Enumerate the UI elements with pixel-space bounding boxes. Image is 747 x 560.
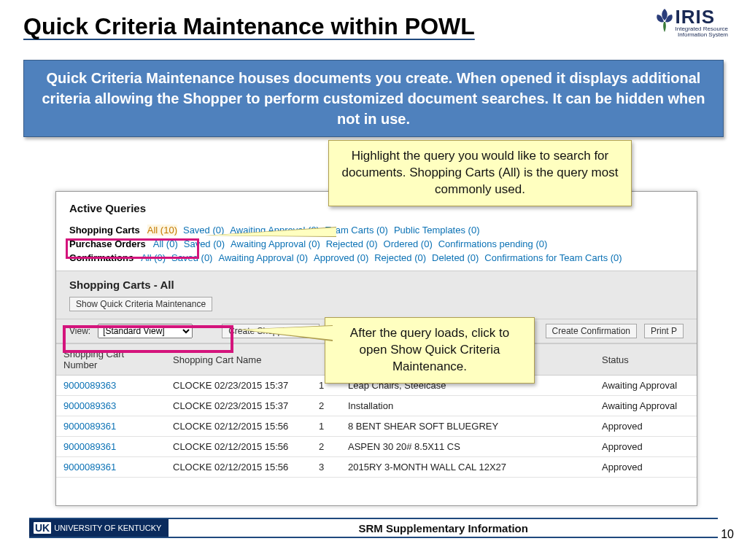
table-cell: Awaiting Approval — [595, 376, 697, 396]
query-row-label: Confirmations — [69, 252, 133, 263]
query-link[interactable]: Public Templates (0) — [394, 225, 480, 236]
query-link[interactable]: Rejected (0) — [326, 238, 378, 249]
uk-badge: UK UNIVERSITY OF KENTUCKY — [29, 519, 169, 537]
query-link[interactable]: Deleted (0) — [432, 252, 479, 263]
query-link[interactable]: Confirmations pending (0) — [438, 238, 548, 249]
query-link[interactable]: Awaiting Approval (0) — [218, 252, 308, 263]
view-label: View: — [69, 326, 90, 336]
table-cell: 3 — [311, 457, 341, 478]
table-cell: 8 BENT SHEAR SOFT BLUEGREY — [341, 416, 595, 437]
table-cell: CLOCKE 02/23/2015 15:37 — [166, 396, 311, 416]
iris-flower-icon — [654, 7, 676, 32]
table-cell: ASPEN 30 20# 8.5X11 CS — [341, 437, 595, 457]
table-cell: CLOCKE 02/12/2015 15:56 — [166, 457, 311, 478]
table-cell: Approved — [595, 416, 697, 437]
cart-number-link[interactable]: 9000089361 — [63, 462, 116, 472]
callout-show-qcm: After the query loads, click to open Sho… — [325, 317, 535, 384]
table-cell: CLOCKE 02/23/2015 15:37 — [166, 376, 311, 396]
query-row: Purchase OrdersAll (0)Saved (0)Awaiting … — [69, 238, 684, 249]
table-header: Status — [595, 344, 697, 376]
query-link[interactable]: Awaiting Approval (0) — [231, 238, 320, 249]
query-link[interactable]: All (0) — [141, 252, 166, 263]
query-link[interactable]: All (0) — [153, 238, 178, 249]
create-confirmation-button[interactable]: Create Confirmation — [546, 324, 637, 338]
table-row: 9000089363CLOCKE 02/23/2015 15:372Instal… — [56, 396, 697, 416]
query-row: ConfirmationsAll (0)Saved (0)Awaiting Ap… — [69, 252, 684, 263]
callout-highlight-query: Highlight the query you would like to se… — [328, 140, 632, 206]
query-link[interactable]: Ordered (0) — [384, 238, 433, 249]
table-cell: Approved — [595, 437, 697, 457]
uk-text: UNIVERSITY OF KENTUCKY — [54, 524, 161, 532]
table-cell: 2 — [311, 396, 341, 416]
uk-mark: UK — [34, 522, 51, 534]
table-row: 9000089361CLOCKE 02/12/2015 15:5632015RY… — [56, 457, 697, 478]
table-cell: 9000089361 — [56, 457, 166, 478]
table-cell: Approved — [595, 457, 697, 478]
table-row: 9000089361CLOCKE 02/12/2015 15:562ASPEN … — [56, 437, 697, 457]
table-cell: CLOCKE 02/12/2015 15:56 — [166, 416, 311, 437]
page-title: Quick Criteria Maintenance within POWL — [23, 13, 475, 40]
table-cell: 9000089361 — [56, 437, 166, 457]
table-cell: 9000089361 — [56, 416, 166, 437]
page-number: 10 — [721, 528, 734, 541]
iris-logo: IRIS Integrated Resource Information Sys… — [654, 7, 729, 38]
table-cell: CLOCKE 02/12/2015 15:56 — [166, 437, 311, 457]
print-button[interactable]: Print P — [644, 324, 684, 338]
cart-number-link[interactable]: 9000089361 — [63, 441, 116, 452]
show-quick-criteria-button[interactable]: Show Quick Criteria Maintenance — [69, 297, 212, 311]
query-link[interactable]: Approved (0) — [314, 252, 368, 263]
table-cell: 9000089363 — [56, 376, 166, 396]
query-link[interactable]: Confirmations for Team Carts (0) — [484, 252, 622, 263]
cart-number-link[interactable]: 9000089363 — [63, 380, 116, 391]
footer-title: SRM Supplementary Information — [169, 522, 718, 534]
table-cell: 2015RY 3-MONTH WALL CAL 12X27 — [341, 457, 595, 478]
panel-title: Shopping Carts - All — [56, 271, 697, 291]
cart-number-link[interactable]: 9000089361 — [63, 421, 116, 432]
table-cell: Installation — [341, 396, 595, 416]
table-header: Shopping Cart Name — [166, 344, 311, 376]
query-link[interactable]: Rejected (0) — [374, 252, 426, 263]
cart-number-link[interactable]: 9000089363 — [63, 400, 116, 411]
iris-brand-text: IRIS — [676, 7, 729, 26]
query-row-label: Purchase Orders — [69, 238, 146, 249]
callout-1-text: Highlight the query you would like to se… — [342, 149, 619, 196]
query-link[interactable]: Saved (0) — [184, 238, 225, 249]
callout-2-text: After the query loads, click to open Sho… — [350, 326, 509, 373]
table-cell: 2 — [311, 437, 341, 457]
table-cell: 9000089363 — [56, 396, 166, 416]
query-link[interactable]: All (10) — [147, 225, 177, 236]
view-select[interactable]: [Standard View] — [98, 324, 193, 338]
info-box: Quick Criteria Maintenance houses docume… — [23, 60, 724, 137]
query-row-label: Shopping Carts — [69, 225, 140, 236]
table-cell: Awaiting Approval — [595, 396, 697, 416]
table-cell: 1 — [311, 416, 341, 437]
table-row: 9000089361CLOCKE 02/12/2015 15:5618 BENT… — [56, 416, 697, 437]
footer-bar: UK UNIVERSITY OF KENTUCKY SRM Supplement… — [29, 518, 718, 538]
query-row: Shopping CartsAll (10)Saved (0)Awaiting … — [69, 225, 684, 236]
iris-sub-2: Information System — [676, 32, 729, 38]
table-header: Shopping Cart Number — [56, 344, 166, 376]
query-link[interactable]: Saved (0) — [171, 252, 212, 263]
